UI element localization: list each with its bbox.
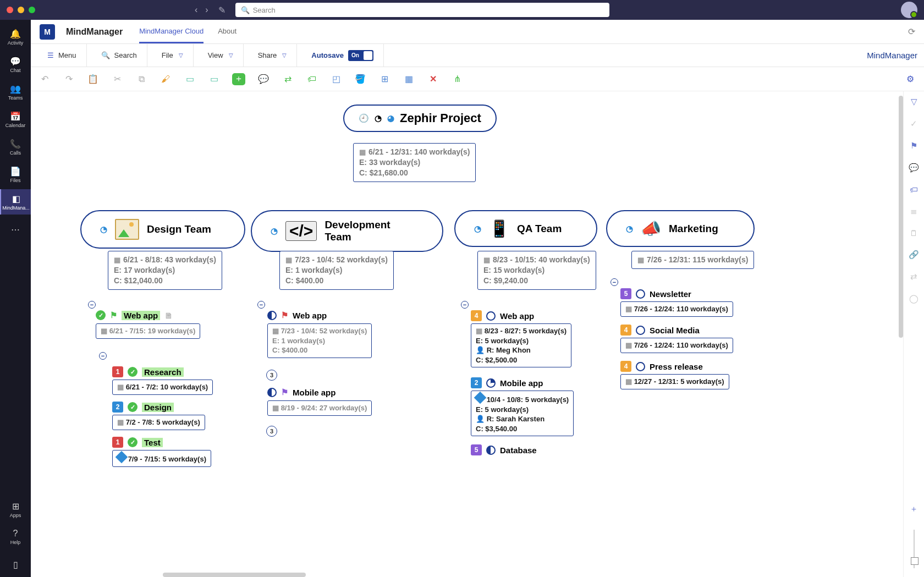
task-research[interactable]: 1 ✓ Research	[112, 366, 184, 377]
insert-icon[interactable]: ⊞	[378, 73, 391, 85]
mkt-details: ▦7/26 - 12/31: 115 workday(s)	[631, 251, 754, 269]
rail-apps[interactable]: ⊞Apps	[0, 497, 31, 522]
nav-back-icon[interactable]: ‹	[195, 5, 197, 15]
boundary-icon[interactable]: ◰	[330, 73, 342, 85]
filter-icon[interactable]: ▽	[911, 97, 917, 107]
relationship-icon[interactable]: ⇄	[282, 73, 294, 85]
branch-mkt[interactable]: ◔ 📣 Marketing	[606, 210, 755, 247]
undo-icon[interactable]: ↶	[38, 73, 51, 85]
zoom-plus-icon[interactable]: ＋	[910, 504, 918, 514]
task-detail: ▦ 12/27 - 12/31: 5 workday(s)	[620, 374, 729, 389]
cut-icon[interactable]: ✂	[111, 73, 123, 85]
tab-about[interactable]: About	[218, 20, 237, 43]
nav-forward-icon[interactable]: ›	[205, 5, 208, 15]
rail-files[interactable]: 📄Files	[0, 162, 31, 187]
collapse-button[interactable]: −	[99, 352, 107, 360]
copy-icon[interactable]: ⧉	[135, 73, 147, 85]
share-menu[interactable]: Share▽	[248, 44, 298, 67]
zoom-slider[interactable]	[914, 530, 915, 568]
check-icon[interactable]: ✓	[910, 119, 917, 129]
collapse-button[interactable]: −	[88, 301, 96, 309]
priority-badge: 2	[112, 402, 123, 413]
compose-icon[interactable]: ✎	[218, 5, 226, 15]
vertical-scrollbar[interactable]	[899, 96, 903, 338]
flag-icon[interactable]: ⚑	[910, 141, 917, 151]
rail-calendar[interactable]: 📅Calendar	[0, 107, 31, 132]
redo-icon[interactable]: ↷	[63, 73, 75, 85]
checkmark-icon: ✓	[128, 437, 138, 447]
share-link-icon[interactable]: ⋔	[451, 73, 463, 85]
task-qa-mobile[interactable]: 2 Mobile app	[471, 377, 543, 388]
add-topic-icon[interactable]: ＋	[232, 73, 245, 85]
collapse-button[interactable]: −	[461, 301, 469, 309]
fill-icon[interactable]: 🪣	[354, 73, 366, 85]
flag-icon: ⚑	[110, 310, 117, 320]
rail-chat[interactable]: 💬Chat	[0, 52, 31, 77]
mindmap-canvas[interactable]: 🕘 ◔ ◕ Zephir Project ▦6/21 - 12/31: 140 …	[31, 91, 903, 577]
search-input[interactable]: 🔍 Search	[235, 3, 609, 17]
connectors	[31, 91, 196, 174]
settings-icon[interactable]: ⚙	[904, 73, 916, 85]
task-icon[interactable]: ⇄	[910, 272, 917, 282]
tag-icon[interactable]: 🏷	[306, 73, 318, 85]
task-qa-database[interactable]: 5 Database	[471, 444, 537, 455]
autosave-toggle[interactable]: Autosave On	[301, 44, 384, 67]
topic-icon[interactable]: ▭	[184, 73, 196, 85]
rail-more[interactable]: ⋯	[0, 217, 31, 242]
branch-dev[interactable]: ◔ </> Development Team	[251, 210, 443, 252]
root-node[interactable]: 🕘 ◔ ◕ Zephir Project	[343, 105, 497, 132]
rail-calls[interactable]: 📞Calls	[0, 134, 31, 160]
tag-panel-icon[interactable]: 🏷	[910, 185, 918, 194]
task-test[interactable]: 1 ✓ Test	[112, 437, 163, 448]
reload-icon[interactable]: ⟳	[908, 26, 915, 37]
subtopic-icon[interactable]: ▭	[208, 73, 220, 85]
clock-icon: 🕘	[359, 113, 369, 123]
collapse-button[interactable]: −	[257, 301, 265, 309]
delete-icon[interactable]: ✕	[427, 73, 439, 85]
task-qa-webapp[interactable]: 4 Web app	[471, 310, 534, 321]
progress-icon: ◔	[100, 224, 107, 234]
collapse-button[interactable]: −	[610, 278, 618, 286]
paste-icon[interactable]: 📋	[87, 73, 99, 85]
rail-mindmanager[interactable]: ◧MindMana...	[0, 189, 31, 215]
chat-icon: 💬	[10, 56, 21, 67]
task-design-webapp[interactable]: ✓ ⚑ Web app 🗎	[96, 310, 173, 320]
chart-icon: ◕	[387, 113, 394, 123]
progress-empty-icon	[636, 362, 645, 371]
view-menu[interactable]: View▽	[198, 44, 244, 67]
note-panel-icon[interactable]: 🗒	[910, 228, 918, 238]
app-header: M MindManager MindManager Cloud About ⟳	[31, 20, 924, 44]
task-newsletter[interactable]: 5 Newsletter	[620, 288, 691, 299]
child-count[interactable]: 3	[266, 370, 277, 381]
rail-device[interactable]: ▯	[0, 552, 31, 577]
child-count[interactable]: 3	[266, 426, 277, 437]
attach-icon[interactable]: ◯	[909, 294, 919, 304]
toggle-on[interactable]: On	[348, 50, 373, 61]
tab-cloud[interactable]: MindManager Cloud	[139, 20, 204, 43]
task-design[interactable]: 2 ✓ Design	[112, 402, 174, 413]
avatar[interactable]	[901, 2, 917, 18]
task-press[interactable]: 4 Press release	[620, 361, 703, 372]
callout-icon[interactable]: 💬	[257, 73, 270, 85]
file-menu[interactable]: File▽	[152, 44, 194, 67]
link-icon[interactable]: 🔗	[909, 250, 919, 260]
branch-design[interactable]: ◔ Design Team	[80, 210, 245, 249]
window-controls[interactable]	[7, 7, 35, 13]
list-icon[interactable]: ≣	[910, 206, 917, 216]
table-icon[interactable]: ▦	[403, 73, 415, 85]
format-painter-icon[interactable]: 🖌	[160, 73, 172, 85]
menu-button[interactable]: ☰Menu	[37, 44, 87, 67]
task-dev-mobile[interactable]: ⚑ Mobile app	[267, 387, 336, 397]
ribbon-search-button[interactable]: 🔍Search	[91, 44, 147, 67]
rail-activity[interactable]: 🔔Activity	[0, 24, 31, 50]
task-dev-webapp[interactable]: ⚑ Web app	[267, 310, 327, 320]
comment-icon[interactable]: 💬	[909, 163, 919, 173]
progress-empty-icon	[636, 289, 645, 299]
task-social[interactable]: 4 Social Media	[620, 325, 700, 336]
horizontal-scrollbar[interactable]	[163, 573, 306, 577]
branch-qa[interactable]: ◔ 📱 QA Team	[454, 210, 597, 247]
rail-help[interactable]: ?Help	[0, 524, 31, 549]
rail-teams[interactable]: 👥Teams	[0, 79, 31, 105]
mindmanager-logo-icon: M	[40, 24, 55, 40]
app-icon: ◧	[12, 194, 20, 204]
